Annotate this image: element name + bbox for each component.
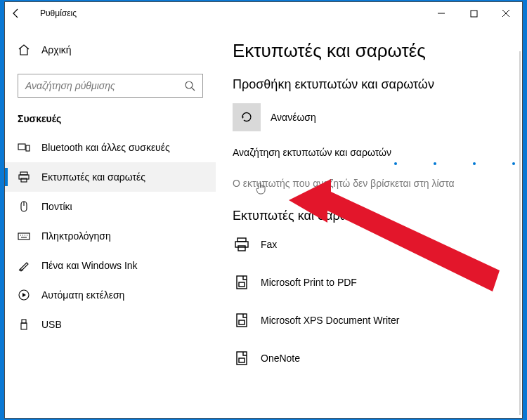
sidebar-item-label: Πληκτρολόγηση <box>41 230 111 242</box>
svg-rect-30 <box>239 320 245 324</box>
keyboard-icon <box>18 230 33 242</box>
usb-icon <box>18 318 33 331</box>
progress-dots <box>394 162 515 165</box>
svg-rect-28 <box>239 282 245 287</box>
minimize-button[interactable] <box>425 2 457 25</box>
printer-icon <box>233 350 251 367</box>
sidebar-item-label: USB <box>41 319 62 330</box>
back-button[interactable] <box>11 8 27 19</box>
nav-list: Bluetooth και άλλες συσκευές Εκτυπωτές κ… <box>5 133 216 339</box>
devices-icon <box>18 141 33 154</box>
printer-icon <box>233 274 251 291</box>
printer-label: Microsoft XPS Document Writer <box>261 315 399 326</box>
sidebar-item-printers[interactable]: Εκτυπωτές και σαρωτές <box>5 162 216 192</box>
printers-list-heading: Εκτυπωτές και σαρωτές <box>233 209 522 223</box>
home-icon <box>18 44 33 56</box>
printer-label: Microsoft Print to PDF <box>261 277 357 288</box>
home-label: Αρχική <box>41 44 72 55</box>
refresh-icon <box>240 110 254 124</box>
svg-rect-25 <box>235 242 248 247</box>
add-section-heading: Προσθήκη εκτυπωτών και σαρωτών <box>233 77 522 92</box>
svg-rect-7 <box>26 145 30 151</box>
printer-icon <box>18 171 33 183</box>
window-title: Ρυθμίσεις <box>40 8 77 18</box>
refresh-label: Ανανέωση <box>271 112 316 123</box>
printer-label: Fax <box>261 239 277 250</box>
svg-rect-8 <box>20 172 27 175</box>
autoplay-icon <box>18 289 33 301</box>
sidebar-item-bluetooth[interactable]: Bluetooth και άλλες συσκευές <box>5 133 216 162</box>
svg-rect-22 <box>21 323 27 329</box>
pen-icon <box>18 259 33 272</box>
printer-item[interactable]: Microsoft XPS Document Writer <box>233 303 522 337</box>
search-placeholder: Αναζήτηση ρύθμισης <box>25 80 184 91</box>
printer-item[interactable]: OneNote <box>233 341 522 375</box>
searching-status: Αναζήτηση εκτυπωτών και σαρωτών <box>233 147 522 158</box>
search-icon <box>184 80 195 91</box>
sidebar-item-mouse[interactable]: Ποντίκι <box>5 192 216 221</box>
search-input[interactable]: Αναζήτηση ρύθμισης <box>18 74 203 98</box>
sidebar-item-typing[interactable]: Πληκτρολόγηση <box>5 221 216 251</box>
svg-line-5 <box>192 88 195 91</box>
svg-rect-1 <box>471 11 477 17</box>
home-nav[interactable]: Αρχική <box>5 36 216 64</box>
svg-point-4 <box>186 81 193 88</box>
sidebar-item-label: Εκτυπωτές και σαρωτές <box>41 171 145 183</box>
cursor-hand-icon <box>255 182 266 195</box>
sidebar-item-label: Πένα και Windows Ink <box>41 260 138 271</box>
svg-rect-21 <box>22 320 26 323</box>
svg-rect-26 <box>238 246 245 251</box>
category-heading: Συσκευές <box>18 113 203 124</box>
svg-marker-23 <box>242 117 244 119</box>
printer-not-listed-link[interactable]: Ο εκτυπωτής που αναζητώ δεν βρίσκεται στ… <box>233 178 522 189</box>
sidebar: Αρχική Αναζήτηση ρύθμισης Συσκευές Bluet… <box>5 25 216 418</box>
scrollbar[interactable] <box>519 51 521 415</box>
sidebar-item-pen[interactable]: Πένα και Windows Ink <box>5 251 216 280</box>
titlebar: Ρυθμίσεις <box>5 2 522 25</box>
printer-item[interactable]: Microsoft Print to PDF <box>233 265 522 299</box>
settings-window: Ρυθμίσεις Αρχική Αναζήτηση ρύθμισης <box>4 1 523 419</box>
refresh-button[interactable] <box>233 103 261 131</box>
close-button[interactable] <box>490 2 522 25</box>
main-panel: Εκτυπωτές και σαρωτές Προσθήκη εκτυπωτών… <box>216 25 522 418</box>
svg-rect-6 <box>18 144 25 150</box>
sidebar-item-autoplay[interactable]: Αυτόματη εκτέλεση <box>5 280 216 310</box>
printer-label: OneNote <box>261 353 300 364</box>
mouse-icon <box>18 200 33 213</box>
printer-icon <box>233 236 251 253</box>
sidebar-item-label: Bluetooth και άλλες συσκευές <box>41 142 170 153</box>
maximize-button[interactable] <box>457 2 490 25</box>
svg-marker-20 <box>22 293 26 297</box>
sidebar-item-usb[interactable]: USB <box>5 310 216 339</box>
printer-item[interactable]: Fax <box>233 228 522 261</box>
svg-rect-32 <box>239 358 245 362</box>
svg-rect-24 <box>238 238 246 242</box>
sidebar-item-label: Ποντίκι <box>41 201 72 212</box>
sidebar-item-label: Αυτόματη εκτέλεση <box>41 289 124 301</box>
svg-rect-13 <box>18 233 30 239</box>
page-title: Εκτυπωτές και σαρωτές <box>233 40 522 62</box>
printer-icon <box>233 312 251 329</box>
